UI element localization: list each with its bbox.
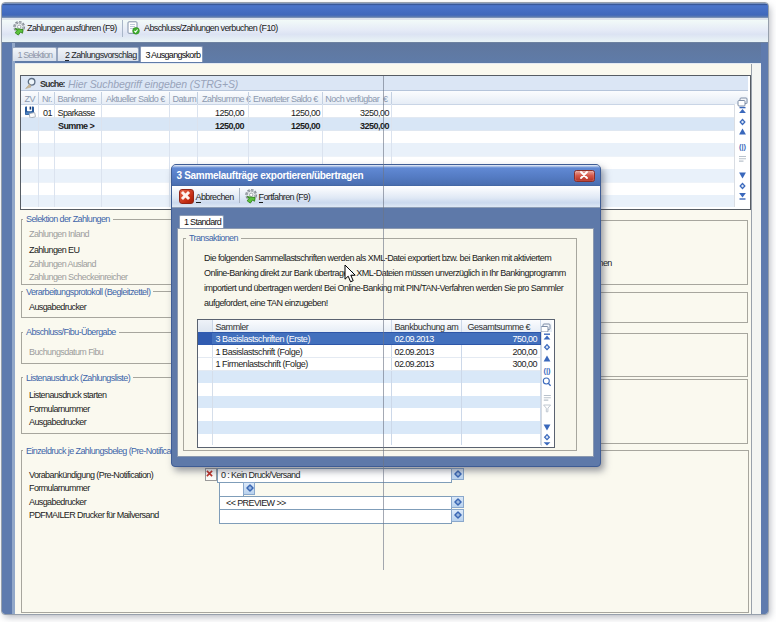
svg-text:(|): (|) — [739, 142, 747, 151]
svg-text:(|): (|) — [543, 366, 551, 375]
